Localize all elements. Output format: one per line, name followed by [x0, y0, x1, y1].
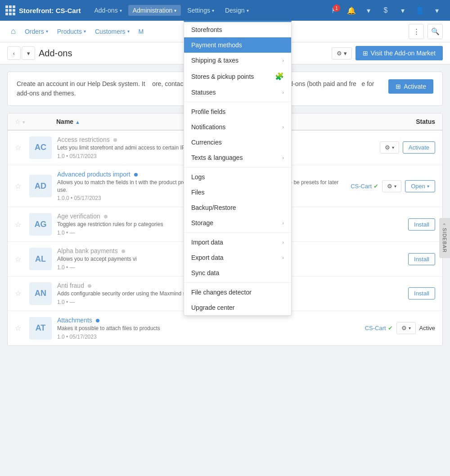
- dropdown-arrow-button[interactable]: ▾: [22, 46, 35, 60]
- nav-addons[interactable]: Add-ons ▾: [90, 5, 126, 16]
- gear-action-button[interactable]: ⚙ ▾: [396, 322, 416, 334]
- addon-actions: CS-Cart ✔ ⚙ ▾ Open ▾: [351, 180, 435, 192]
- sort-icon: ▾: [22, 119, 25, 125]
- caret-icon[interactable]: ▾: [361, 3, 376, 18]
- secondary-nav-right: ⋮ 🔍: [409, 24, 443, 39]
- nav-arrows: ‹ ▾: [7, 46, 35, 60]
- caret-icon: ▾: [392, 145, 394, 150]
- vendor-badge: CS-Cart ✔: [351, 183, 378, 190]
- admin-menu-item-storage[interactable]: Storage›: [184, 215, 291, 231]
- nav-more[interactable]: M: [135, 26, 148, 37]
- notifications-icon-btn[interactable]: ⚑ 1: [327, 3, 342, 18]
- action-button[interactable]: Install: [408, 253, 435, 265]
- bell-icon-btn[interactable]: 🔔: [344, 3, 359, 18]
- active-dot: [96, 319, 99, 322]
- menu-separator: [184, 282, 291, 283]
- admin-menu-item-statuses[interactable]: Statuses›: [184, 85, 291, 100]
- action-button[interactable]: Install: [408, 218, 435, 231]
- star-toggle[interactable]: ☆: [15, 255, 21, 263]
- nav-orders[interactable]: Orders ▾: [21, 26, 52, 37]
- status-column-header: Status: [381, 118, 435, 125]
- admin-menu-item-file-changes-detector[interactable]: File changes detector: [184, 285, 291, 300]
- admin-menu-item-sync-data[interactable]: Sync data: [184, 265, 291, 281]
- star-toggle[interactable]: ☆: [15, 324, 21, 332]
- gear-icon: ⚙: [401, 325, 407, 331]
- admin-menu-item-shipping-&-taxes[interactable]: Shipping & taxes›: [184, 53, 291, 68]
- menu-item-label: Backup/Restore: [191, 204, 236, 211]
- menu-separator: [184, 232, 291, 233]
- action-button[interactable]: Activate: [403, 141, 435, 154]
- admin-menu-item-notifications[interactable]: Notifications›: [184, 119, 291, 135]
- storefront-name: Storefront: CS-Cart: [19, 7, 81, 14]
- caret-icon: ▾: [394, 184, 396, 189]
- nav-administration[interactable]: Administration ▾: [128, 5, 181, 16]
- gear-action-button[interactable]: ⚙ ▾: [382, 180, 401, 192]
- addon-icon: AD: [29, 175, 52, 197]
- addon-name[interactable]: Attachments: [57, 317, 358, 324]
- status-text: Active: [419, 325, 435, 331]
- caret-icon-2[interactable]: ▾: [395, 3, 410, 18]
- menu-item-label: Files: [191, 189, 205, 196]
- activate-button[interactable]: ⊞ Activate: [388, 79, 433, 94]
- nav-settings[interactable]: Settings ▾: [183, 5, 219, 16]
- admin-menu-item-backup/restore[interactable]: Backup/Restore: [184, 200, 291, 215]
- menu-item-label: Statuses: [191, 89, 216, 96]
- nav-customers[interactable]: Customers ▾: [91, 26, 133, 37]
- market-icon: ⊞: [363, 50, 368, 57]
- site-logo[interactable]: Storefront: CS-Cart: [5, 5, 81, 15]
- menu-item-label: Sync data: [191, 269, 219, 277]
- top-navigation: Storefront: CS-Cart Add-ons ▾ Administra…: [0, 0, 450, 21]
- admin-menu-item-export-data[interactable]: Export data›: [184, 250, 291, 265]
- menu-item-label: Currencies: [191, 139, 222, 146]
- inactive-dot: [88, 284, 91, 288]
- inactive-dot: [122, 249, 125, 253]
- search-icon[interactable]: 🔍: [428, 24, 443, 39]
- chevron-right-icon: ›: [282, 240, 284, 245]
- gear-action-button[interactable]: ⚙ ▾: [380, 141, 399, 154]
- admin-menu-item-texts-&-languages[interactable]: Texts & languages›: [184, 150, 291, 165]
- back-button[interactable]: ‹: [7, 46, 21, 60]
- addon-desc: Makes it possible to attach files to pro…: [57, 325, 358, 332]
- admin-menu-item-stores-&-pickup-points[interactable]: Stores & pickup points🧩: [184, 68, 291, 85]
- star-toggle[interactable]: ☆: [15, 221, 21, 228]
- menu-item-label: Payment methods: [191, 41, 242, 49]
- addon-actions: Install: [408, 287, 435, 299]
- nav-products[interactable]: Products ▾: [54, 26, 90, 37]
- admin-menu-item-currencies[interactable]: Currencies: [184, 135, 291, 150]
- more-options-icon[interactable]: ⋮: [409, 24, 424, 39]
- table-row: ☆ AT Attachments Makes it possible to at…: [8, 311, 442, 345]
- chevron-down-icon: ▾: [247, 8, 249, 13]
- visit-market-button[interactable]: ⊞ Visit the Add-on Market: [356, 46, 443, 60]
- addon-actions: Install: [408, 218, 435, 231]
- vendor-name: CS-Cart: [365, 325, 386, 331]
- admin-menu-item-storefronts[interactable]: Storefronts: [184, 22, 291, 37]
- open-button[interactable]: Open ▾: [405, 180, 435, 192]
- action-button[interactable]: Install: [408, 287, 435, 299]
- admin-menu-item-files[interactable]: Files: [184, 185, 291, 200]
- menu-item-label: Upgrade center: [191, 304, 235, 311]
- admin-menu-item-profile-fields[interactable]: Profile fields: [184, 104, 291, 119]
- chevron-down-icon: ▾: [120, 8, 122, 13]
- admin-menu-item-logs[interactable]: Logs: [184, 169, 291, 185]
- menu-item-label: File changes detector: [191, 289, 252, 296]
- admin-menu-item-upgrade-center[interactable]: Upgrade center: [184, 300, 291, 315]
- star-toggle[interactable]: ☆: [15, 182, 21, 190]
- sidebar-tab[interactable]: ‹ SIDEBAR: [439, 218, 450, 258]
- dollar-icon-btn[interactable]: $: [378, 3, 393, 18]
- caret-icon-3[interactable]: ▾: [429, 3, 445, 18]
- admin-menu-item-payment-methods[interactable]: Payment methods: [184, 37, 291, 53]
- chevron-right-icon: ›: [282, 124, 284, 130]
- addon-icon: AT: [29, 317, 52, 340]
- user-icon-btn[interactable]: 👤: [412, 3, 428, 18]
- admin-menu-item-import-data[interactable]: Import data›: [184, 235, 291, 250]
- nav-design[interactable]: Design ▾: [220, 5, 253, 16]
- star-toggle[interactable]: ☆: [15, 144, 21, 151]
- top-nav-right: ⚑ 1 🔔 ▾ $ ▾ 👤 ▾: [327, 3, 445, 18]
- grid-icon: [5, 5, 15, 15]
- menu-item-label: Profile fields: [191, 108, 225, 115]
- notification-badge: 1: [333, 5, 340, 12]
- home-icon[interactable]: ⌂: [7, 25, 19, 38]
- gear-icon: ⚙: [385, 144, 390, 151]
- star-toggle[interactable]: ☆: [15, 290, 21, 297]
- gear-settings-button[interactable]: ⚙ ▾: [332, 47, 352, 59]
